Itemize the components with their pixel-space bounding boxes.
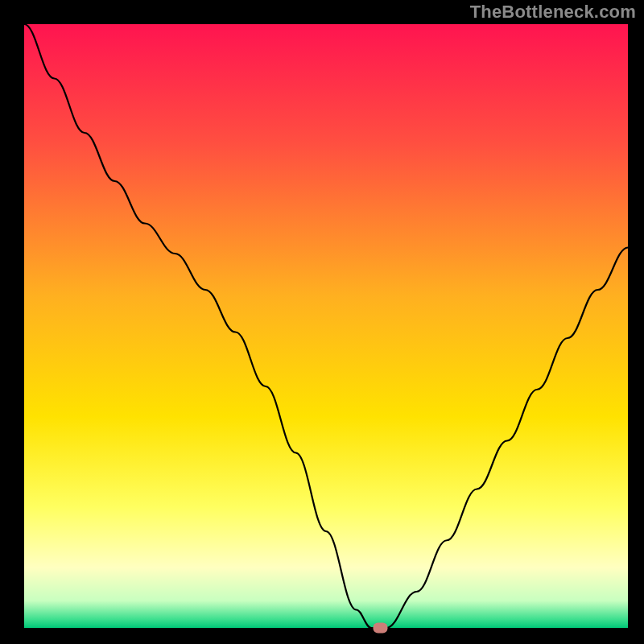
watermark-text: TheBottleneck.com: [470, 2, 636, 23]
bottleneck-chart: TheBottleneck.com: [0, 0, 644, 644]
chart-svg: [0, 0, 644, 644]
optimum-marker: [374, 623, 388, 634]
plot-background: [24, 24, 628, 628]
